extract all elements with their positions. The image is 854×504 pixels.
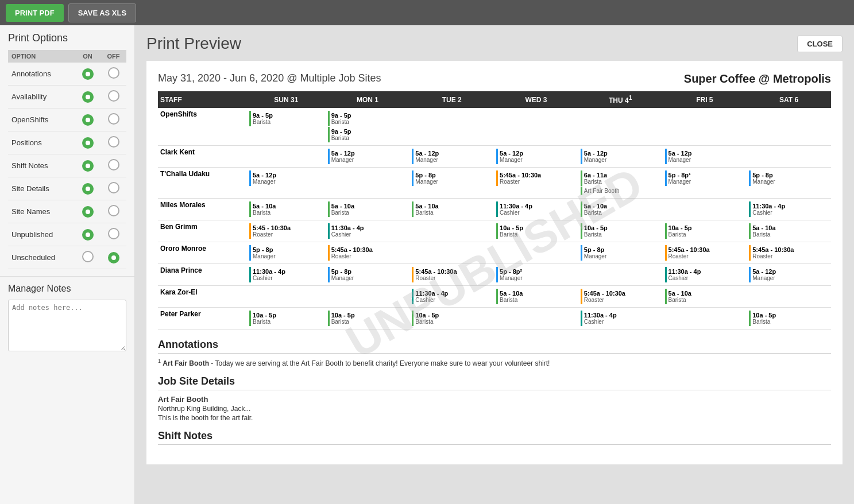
radio-on-2[interactable] [82,114,94,126]
day-cell: 11:30a - 4pCashier [578,308,663,329]
radio-off-2[interactable] [108,113,119,125]
radio-off-7[interactable] [108,228,119,239]
radio-off-0[interactable] [108,67,119,79]
radio-on-4[interactable] [82,160,94,172]
col-header: TUE 2 [409,91,494,108]
shift-role: Cashier [415,297,490,303]
col-header: STAFF [158,91,247,108]
day-cell: 5a - 12pManager [747,264,831,286]
shift-time: 11:30a - 4p [500,203,574,210]
shift-role: Manager [752,179,827,185]
shift-block: 6a - 11aBarista [581,170,660,186]
col-header: THU 41 [578,91,663,108]
shift-role: Manager [584,157,659,163]
shift-notes-heading: Shift Notes [158,430,831,445]
shift-time: 5:45a - 10:30a [500,172,574,179]
radio-off-8[interactable] [108,252,119,263]
options-row: Availability [8,86,126,108]
radio-on-8[interactable] [82,251,94,262]
staff-name: Kara Zor-El [158,286,247,308]
page-company: Super Coffee @ Metropolis [684,72,831,86]
staff-name: T'Challa Udaku [158,168,247,199]
shift-role: Barista [500,231,574,238]
save-xls-button[interactable]: SAVE AS XLS [68,3,137,22]
shift-time: 5:45a - 10:30a [668,246,743,253]
manager-notes-textarea[interactable] [8,300,126,351]
radio-off-3[interactable] [108,136,119,148]
shift-block: 11:30a - 4pCashier [581,311,660,326]
radio-off-5[interactable] [108,182,119,193]
day-cell: 5:45a - 10:30aRoaster [409,264,494,286]
day-cell: 9a - 5pBarista [247,108,326,146]
shift-role: Manager [500,275,574,281]
shift-notes-section: Shift Notes [158,430,831,445]
shift-block: 5p - 8pManager [328,267,408,282]
close-button[interactable]: CLOSE [797,36,843,52]
shift-role: Manager [668,179,743,185]
shift-time: 5a - 12p [668,150,743,157]
day-cell: 10a - 5pBarista [409,308,494,329]
option-label: Site Details [8,177,75,200]
day-cell: 5a - 12pManager [326,146,410,168]
shift-block: 5a - 12pManager [496,149,576,164]
day-cell [747,286,831,308]
options-row: OpenShifts [8,108,126,131]
shift-block: 11:30a - 4pCashier [749,201,829,217]
options-row: Unscheduled [8,246,126,269]
day-cell [663,199,747,220]
shift-block: 5:45a - 10:30aRoaster [412,267,492,282]
options-row: Positions [8,131,126,154]
radio-on-3[interactable] [82,137,94,149]
shift-time: 5:45a - 10:30a [752,246,827,253]
shift-block: 5p - 8pManager [412,170,492,186]
radio-on-7[interactable] [82,229,94,241]
manager-notes-section: Manager Notes [0,276,134,360]
day-cell: 5a - 10aBarista [578,199,663,220]
day-cell [326,286,410,308]
job-site-heading: Job Site Details [158,375,831,390]
col-header: SUN 31 [247,91,326,108]
radio-off-6[interactable] [108,205,119,216]
radio-on-6[interactable] [82,206,94,218]
table-row: OpenShifts9a - 5pBarista9a - 5pBarista9a… [158,108,831,146]
table-row: Kara Zor-El11:30a - 4pCashier5a - 10aBar… [158,286,831,308]
shift-role: Roaster [500,179,574,185]
shift-block: 5p - 8p¹Manager [665,170,745,186]
day-cell: 5a - 10aBarista [247,199,326,220]
shift-role: Barista [331,135,406,141]
shift-time: 10a - 5p [331,312,406,319]
preview-header: Print Preview CLOSE [146,34,843,53]
option-label: Positions [8,131,75,154]
shift-time: 5a - 10a [415,203,490,210]
print-options-section: Print Options OPTION ON OFF Annotations … [0,25,134,274]
day-cell: 5a - 12pManager [578,146,663,168]
radio-off-4[interactable] [108,159,119,170]
shift-time: 5a - 12p [331,150,406,157]
day-cell: 11:30a - 4pCashier [247,264,326,286]
shift-time: 5a - 10a [668,290,743,297]
shift-block: 11:30a - 4pCashier [496,201,576,217]
table-row: Clark Kent5a - 12pManager5a - 12pManager… [158,146,831,168]
shift-time: 5:45 - 10:30a [253,224,322,231]
options-row: Site Details [8,177,126,200]
day-cell [247,286,326,308]
day-cell [326,168,410,199]
shift-block: 10a - 5pBarista [249,311,323,326]
shift-time: 10a - 5p [500,224,574,231]
shift-role: Barista [253,119,322,125]
day-cell: 6a - 11aBaristaArt Fair Booth [578,168,663,199]
shift-block: 10a - 5pBarista [665,223,745,239]
radio-off-1[interactable] [108,90,119,102]
shift-role: Barista [500,297,574,303]
job-site-section: Job Site Details Art Fair Booth Northrup… [158,375,831,422]
radio-on-0[interactable] [82,68,94,80]
radio-on-1[interactable] [82,91,94,103]
print-pdf-button[interactable]: PRINT PDF [6,4,64,22]
shift-block: 11:30a - 4pCashier [249,267,323,282]
shift-block: 5:45a - 10:30aRoaster [581,289,660,304]
radio-on-5[interactable] [82,183,94,195]
shift-block: 5a - 12pManager [581,149,660,164]
day-cell: 5a - 10aBarista [494,286,578,308]
schedule-table: STAFFSUN 31MON 1TUE 2WED 3THU 41FRI 5SAT… [158,91,831,329]
shift-role: Roaster [668,253,743,259]
